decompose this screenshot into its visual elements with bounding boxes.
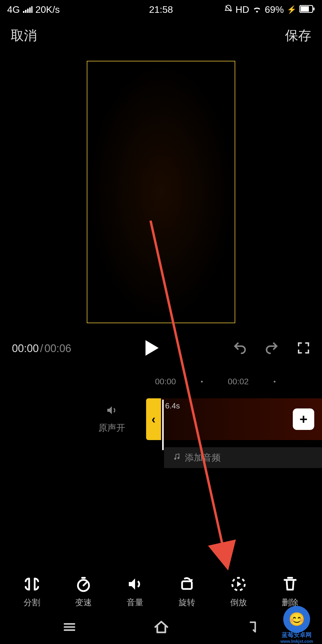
split-icon (23, 575, 41, 593)
playhead[interactable] (162, 400, 164, 450)
cancel-button[interactable]: 取消 (11, 27, 37, 44)
home-button[interactable] (153, 619, 169, 636)
volume-icon (126, 575, 144, 593)
fullscreen-button[interactable] (297, 341, 310, 356)
menu-button[interactable] (62, 620, 77, 636)
svg-rect-2 (27, 9, 29, 13)
tool-label: 倒放 (230, 597, 247, 608)
battery-level: 69% (265, 4, 284, 15)
speed-tool[interactable]: 变速 (61, 575, 106, 608)
clip-left-handle[interactable]: ‹ (146, 398, 161, 440)
svg-rect-7 (313, 7, 315, 10)
dnd-icon (224, 4, 233, 15)
undo-button[interactable] (233, 341, 247, 356)
ruler-dot (274, 381, 275, 383)
playback-controls: 00:00 / 00:06 (0, 335, 322, 362)
ruler-dot (201, 381, 203, 383)
video-preview-area (0, 61, 322, 323)
svg-rect-3 (29, 7, 31, 13)
speaker-icon (106, 404, 118, 418)
speed-icon (75, 575, 92, 593)
svg-rect-6 (301, 6, 309, 12)
network-type: 4G (7, 4, 20, 15)
editor-header: 取消 保存 (0, 19, 322, 52)
wifi-icon (252, 4, 262, 15)
watermark-url: www.lmkjst.com (280, 639, 313, 644)
tool-label: 变速 (75, 597, 92, 608)
reverse-tool[interactable]: 倒放 (216, 575, 261, 608)
original-sound-toggle[interactable]: 原声开 (0, 404, 146, 434)
volume-tool[interactable]: 音量 (113, 575, 157, 608)
svg-point-8 (174, 458, 176, 460)
svg-point-9 (177, 457, 179, 459)
total-time: 00:06 (44, 342, 71, 354)
edit-toolbar: 分割 变速 音量 旋转 倒放 删除 (0, 575, 322, 608)
hd-indicator: HD (236, 4, 249, 15)
save-button[interactable]: 保存 (285, 27, 311, 44)
battery-icon (299, 4, 315, 15)
reverse-icon (230, 575, 247, 593)
svg-rect-1 (25, 10, 27, 13)
time-display: 00:00 / 00:06 (12, 342, 71, 355)
redo-button[interactable] (265, 341, 279, 356)
timeline-ruler: 00:00 00:02 (0, 377, 322, 386)
clip-duration: 6.4s (165, 401, 180, 411)
watermark-logo-icon: 😊 (283, 606, 310, 633)
delete-tool[interactable]: 删除 (268, 575, 312, 608)
current-time: 00:00 (12, 342, 39, 354)
signal-icon (23, 4, 32, 15)
video-frame[interactable] (87, 61, 235, 323)
tool-label: 音量 (127, 597, 143, 608)
status-time: 21:58 (149, 4, 173, 15)
music-note-icon (173, 453, 181, 463)
tool-label: 旋转 (179, 597, 195, 608)
add-audio-button[interactable]: 添加音频 (164, 447, 322, 468)
network-speed: 20K/s (35, 4, 60, 15)
play-button[interactable] (145, 340, 159, 357)
charging-icon: ⚡ (287, 5, 296, 14)
split-tool[interactable]: 分割 (10, 575, 54, 608)
rotate-icon (178, 575, 196, 593)
svg-rect-4 (31, 6, 32, 13)
svg-rect-11 (182, 581, 192, 589)
trash-icon (281, 575, 299, 593)
svg-rect-0 (23, 11, 24, 13)
sound-label: 原声开 (98, 422, 125, 434)
add-clip-button[interactable]: + (293, 408, 314, 430)
tool-label: 分割 (24, 597, 40, 608)
ruler-mark: 00:02 (228, 377, 249, 386)
ruler-mark: 00:00 (155, 377, 176, 386)
watermark: 😊 蓝莓安卓网 www.lmkjst.com (271, 605, 322, 644)
timeline[interactable]: 原声开 ‹ 6.4s + (0, 398, 322, 440)
status-bar: 4G 20K/s 21:58 HD 69% ⚡ (0, 0, 322, 19)
rotate-tool[interactable]: 旋转 (165, 575, 209, 608)
back-button[interactable] (246, 620, 260, 635)
time-separator: / (40, 342, 43, 354)
video-clip[interactable]: 6.4s + (161, 398, 322, 440)
add-audio-label: 添加音频 (185, 452, 221, 464)
